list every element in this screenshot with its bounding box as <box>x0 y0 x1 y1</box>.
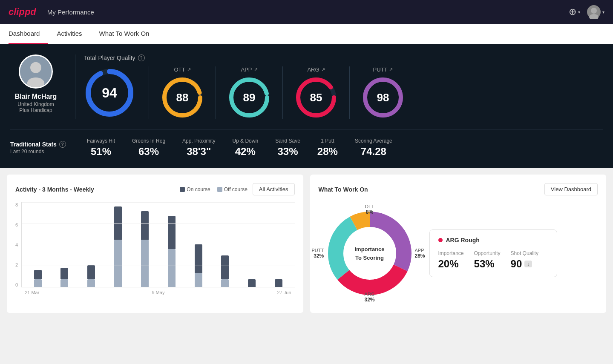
bar-on-course <box>114 206 122 240</box>
bar-group-2 <box>79 202 104 287</box>
stat-1putt: 1 Putt 28% <box>317 138 338 158</box>
bar-group-6 <box>186 202 211 287</box>
user-menu[interactable]: ▾ <box>587 5 604 19</box>
app-label: APP ↗ <box>241 66 257 73</box>
donut-row: ImportanceTo Scoring OTT 8% APP 28% ARG … <box>319 202 598 304</box>
tabs-bar: Dashboard Activities What To Work On <box>0 24 613 44</box>
bar-group-5 <box>159 202 184 287</box>
donut-chart: ImportanceTo Scoring OTT 8% APP 28% ARG … <box>319 202 421 304</box>
activity-chart-title: Activity - 3 Months - Weekly <box>15 186 94 193</box>
plus-circle-icon: ⊕ <box>569 6 576 17</box>
what-to-work-header: What To Work On View Dashboard <box>319 183 598 195</box>
add-button[interactable]: ⊕ ▾ <box>569 6 580 17</box>
bar-off-course <box>114 240 122 287</box>
chart-legend: On course Off course <box>180 186 248 192</box>
score-app: APP ↗ 89 <box>216 66 282 119</box>
stat-updown: Up & Down 42% <box>232 138 258 158</box>
bar-on-course <box>87 265 95 279</box>
svg-point-1 <box>589 14 599 19</box>
player-info: Blair McHarg United Kingdom Plus Handica… <box>10 54 61 113</box>
arg-value: 85 <box>310 91 322 104</box>
performance-section: Blair McHarg United Kingdom Plus Handica… <box>0 44 613 168</box>
trad-title: Traditional Stats ? <box>10 141 70 148</box>
stat-scoring: Scoring Average 74.28 <box>355 138 392 158</box>
arg-donut-label: ARG 32% <box>364 292 374 303</box>
ott-value: 88 <box>176 91 189 104</box>
putt-label: PUTT ↗ <box>373 66 393 73</box>
chevron-down-icon: ▾ <box>602 10 604 14</box>
tab-what-to-work-on[interactable]: What To Work On <box>99 24 158 44</box>
legend-area: On course Off course All Activities <box>180 183 294 195</box>
activity-panel-header: Activity - 3 Months - Weekly On course O… <box>15 183 295 195</box>
bar-group-4 <box>132 202 158 287</box>
bar-group-3 <box>106 202 131 287</box>
bar-group-0 <box>25 202 50 287</box>
bar-on-course <box>60 268 68 279</box>
x-axis: 21 Mar 9 May 27 Jun <box>21 290 294 295</box>
metric-shot-quality: Shot Quality 90 ↓ <box>511 250 538 270</box>
traditional-stats: Traditional Stats ? Last 20 rounds Fairw… <box>10 129 603 158</box>
work-card-dot <box>438 238 443 242</box>
chart-body: 8 6 4 2 0 21 Mar <box>15 202 295 295</box>
bar-on-course <box>195 244 202 273</box>
score-putt: PUTT ↗ 98 <box>349 66 416 119</box>
bar-group-9 <box>266 202 291 287</box>
player-avatar <box>19 54 53 89</box>
shot-quality-badge: ↓ <box>524 261 532 267</box>
avatar[interactable] <box>587 5 601 19</box>
quality-section: Total Player Quality ? 94 <box>75 54 603 119</box>
total-quality-ring: 94 <box>84 67 149 118</box>
legend-on-course: On course <box>180 186 210 192</box>
logo-area: clippd My Performance <box>9 6 94 17</box>
player-name: Blair McHarg <box>15 93 57 100</box>
bar-off-course <box>168 249 176 287</box>
player-handicap: Plus Handicap <box>19 107 52 113</box>
logo: clippd <box>9 6 36 17</box>
bar-on-course <box>168 216 176 249</box>
header-right: ⊕ ▾ ▾ <box>569 5 604 19</box>
stat-proximity: App. Proximity 38'3" <box>182 138 215 158</box>
bottom-panels: Activity - 3 Months - Weekly On course O… <box>0 168 613 320</box>
total-quality-title: Total Player Quality ? <box>84 54 603 61</box>
activity-panel: Activity - 3 Months - Weekly On course O… <box>7 175 303 313</box>
header-title: My Performance <box>47 9 94 16</box>
score-arg: ARG ↗ 85 <box>282 66 349 119</box>
tab-activities[interactable]: Activities <box>57 24 90 44</box>
info-icon[interactable]: ? <box>138 54 145 61</box>
stat-greens: Greens In Reg 63% <box>132 138 165 158</box>
bar-off-course <box>87 279 95 287</box>
bar-group-8 <box>239 202 265 287</box>
bar-on-course <box>34 270 42 279</box>
bars-row <box>21 202 294 287</box>
work-card: ARG Rough Importance 20% Opportunity 53%… <box>429 229 557 277</box>
y-axis: 8 6 4 2 0 <box>15 202 18 287</box>
arg-label: ARG ↗ <box>307 66 325 73</box>
what-to-work-title: What To Work On <box>319 186 368 193</box>
trad-info-icon[interactable]: ? <box>59 141 66 148</box>
total-quality-value: 94 <box>102 85 117 100</box>
stat-sandsave: Sand Save 33% <box>275 138 300 158</box>
all-activities-button[interactable]: All Activities <box>253 183 295 195</box>
tab-dashboard[interactable]: Dashboard <box>9 24 48 44</box>
scores-row: 94 OTT ↗ 88 <box>84 66 603 119</box>
trad-subtitle: Last 20 rounds <box>10 149 70 155</box>
bar-off-course <box>141 240 149 287</box>
svg-point-0 <box>591 8 597 14</box>
score-ott: OTT ↗ 88 <box>149 66 216 119</box>
legend-off-course: Off course <box>217 186 248 192</box>
bar-group-7 <box>213 202 238 287</box>
svg-point-3 <box>30 62 41 73</box>
ott-donut-label: OTT 8% <box>365 204 374 215</box>
bar-off-course <box>34 279 42 287</box>
off-course-dot <box>217 187 222 192</box>
on-course-dot <box>180 187 185 192</box>
stat-fairways: Fairways Hit 51% <box>87 138 115 158</box>
header: clippd My Performance ⊕ ▾ ▾ <box>0 0 613 24</box>
metric-opportunity: Opportunity 53% <box>474 250 501 270</box>
view-dashboard-button[interactable]: View Dashboard <box>544 183 598 195</box>
bars-wrapper: 21 Mar 9 May 27 Jun <box>21 202 294 295</box>
app-donut-label: APP 28% <box>414 248 425 259</box>
metric-importance: Importance 20% <box>438 250 464 270</box>
bar-off-course <box>60 279 68 287</box>
putt-value: 98 <box>377 91 389 104</box>
